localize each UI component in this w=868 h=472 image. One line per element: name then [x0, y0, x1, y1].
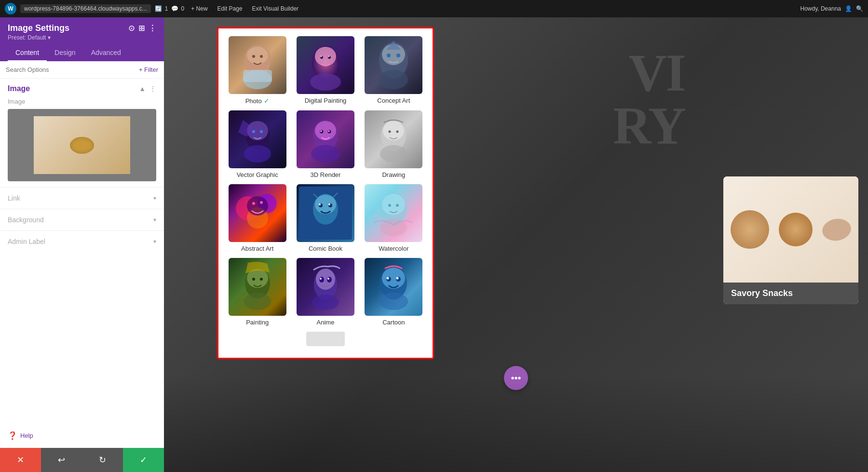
- style-thumb-3d-render: [297, 110, 354, 168]
- face-painting: [229, 258, 286, 316]
- svg-point-7: [315, 47, 336, 66]
- product-card-footer: Savory Snacks: [723, 283, 858, 304]
- svg-point-58: [244, 293, 271, 310]
- svg-point-30: [311, 145, 340, 162]
- style-thumb-abstract-art: [229, 184, 286, 242]
- link-section[interactable]: Link ▾: [0, 187, 164, 209]
- svg-point-56: [252, 278, 255, 281]
- svg-point-47: [319, 203, 321, 205]
- style-label-watercolor: Watercolor: [379, 245, 408, 252]
- svg-point-11: [328, 56, 329, 57]
- style-label-photo: Photo ✓: [245, 97, 270, 105]
- collapse-icon[interactable]: ▲: [139, 85, 146, 93]
- search-input[interactable]: [6, 66, 135, 73]
- svg-point-3: [260, 55, 263, 58]
- style-item-vector-graphic[interactable]: Vector Graphic: [226, 110, 288, 178]
- exit-visual-builder-button[interactable]: Exit Visual Builder: [249, 4, 302, 13]
- sidebar-title: Image Settings ⊙ ⊞ ⋮: [8, 23, 156, 33]
- style-thumb-cartoon: [365, 258, 422, 316]
- redo-button[interactable]: ↻: [82, 448, 123, 472]
- style-item-watercolor[interactable]: Watercolor: [363, 184, 425, 252]
- style-item-concept-art[interactable]: Concept Art: [363, 36, 425, 105]
- edit-page-button[interactable]: Edit Page: [215, 4, 245, 13]
- svg-point-62: [327, 277, 332, 283]
- style-label-drawing: Drawing: [382, 171, 405, 178]
- style-grid: Photo ✓Digital PaintingConcept ArtVector…: [226, 36, 425, 326]
- svg-point-41: [260, 201, 263, 204]
- background-section[interactable]: Background ▾: [0, 209, 164, 230]
- svg-point-23: [244, 145, 271, 162]
- top-bar: W wordpress-784896-3766464.cloudwaysapps…: [0, 0, 868, 17]
- load-more-button[interactable]: [306, 332, 345, 346]
- section-header: Image ▲ ⋮: [8, 84, 156, 93]
- comment-icon: 💬: [171, 5, 178, 12]
- face-anime: [297, 258, 354, 316]
- style-thumb-concept-art: [365, 36, 422, 94]
- donut-image: [34, 116, 130, 174]
- product-donut-2: [779, 213, 813, 246]
- style-picker-modal: Photo ✓Digital PaintingConcept ArtVector…: [217, 27, 434, 359]
- style-item-anime[interactable]: Anime: [294, 258, 356, 326]
- style-item-painting[interactable]: Painting: [226, 258, 288, 326]
- background-arrow-icon: ▾: [153, 216, 156, 223]
- more-icon[interactable]: ⋮: [149, 24, 156, 33]
- svg-point-16: [396, 54, 400, 57]
- sidebar-header: Image Settings ⊙ ⊞ ⋮ Preset: Default ▾: [0, 17, 164, 45]
- layout-icon[interactable]: ⊞: [138, 24, 145, 33]
- save-button[interactable]: ✓: [123, 448, 164, 472]
- svg-point-21: [252, 130, 255, 133]
- tab-content[interactable]: Content: [8, 45, 47, 61]
- sidebar-preset[interactable]: Preset: Default ▾: [8, 34, 156, 41]
- style-item-abstract-art[interactable]: Abstract Art: [226, 184, 288, 252]
- help-link[interactable]: Help: [20, 432, 33, 439]
- svg-point-2: [252, 55, 255, 58]
- svg-point-67: [382, 268, 405, 289]
- style-checkmark-photo: ✓: [264, 97, 270, 105]
- image-preview[interactable]: [8, 109, 156, 181]
- page-title-vi: VI RY: [613, 46, 685, 152]
- style-item-cartoon[interactable]: Cartoon: [363, 258, 425, 326]
- style-item-photo[interactable]: Photo ✓: [226, 36, 288, 105]
- link-arrow-icon: ▾: [153, 195, 156, 202]
- help-section: ❓ Help: [0, 423, 164, 448]
- style-label-3d-render: 3D Render: [311, 171, 341, 178]
- bottom-gradient: [164, 376, 868, 472]
- face-3d-render: [297, 110, 354, 168]
- filter-button[interactable]: + Filter: [139, 66, 158, 73]
- style-item-digital-painting[interactable]: Digital Painting: [294, 36, 356, 105]
- style-item-comic-book[interactable]: Comic Book: [294, 184, 356, 252]
- face-watercolor: [365, 184, 422, 242]
- svg-point-51: [388, 204, 391, 207]
- svg-point-65: [312, 295, 339, 310]
- svg-point-34: [396, 131, 399, 133]
- focus-icon[interactable]: ⊙: [128, 24, 135, 33]
- sidebar-tabs: Content Design Advanced: [0, 45, 164, 61]
- style-label-concept-art: Concept Art: [377, 97, 410, 104]
- tab-advanced[interactable]: Advanced: [83, 45, 129, 61]
- svg-point-71: [396, 277, 399, 280]
- refresh-icon: 🔄: [155, 5, 162, 12]
- face-abstract-art: [229, 184, 286, 242]
- svg-point-64: [327, 278, 329, 280]
- sidebar-title-icons: ⊙ ⊞ ⋮: [128, 24, 156, 33]
- face-comic-book: [297, 184, 354, 242]
- style-label-cartoon: Cartoon: [382, 319, 405, 326]
- undo-button[interactable]: ↩: [41, 448, 82, 472]
- face-photo: [229, 36, 286, 94]
- face-cartoon: [365, 258, 422, 316]
- wp-logo-icon: W: [5, 3, 16, 14]
- style-label-vector-graphic: Vector Graphic: [237, 171, 278, 178]
- svg-point-12: [310, 73, 341, 91]
- svg-point-52: [396, 204, 399, 207]
- style-thumb-vector-graphic: [229, 110, 286, 168]
- style-item-drawing[interactable]: Drawing: [363, 110, 425, 178]
- tab-design[interactable]: Design: [47, 45, 83, 61]
- svg-point-18: [379, 70, 408, 89]
- menu-icon[interactable]: ⋮: [149, 85, 156, 93]
- style-item-3d-render[interactable]: 3D Render: [294, 110, 356, 178]
- style-thumb-anime: [297, 258, 354, 316]
- admin-label-section[interactable]: Admin Label ▾: [0, 230, 164, 252]
- search-icon[interactable]: 🔍: [856, 5, 863, 12]
- cancel-button[interactable]: ✕: [0, 448, 41, 472]
- new-button[interactable]: + New: [188, 4, 210, 13]
